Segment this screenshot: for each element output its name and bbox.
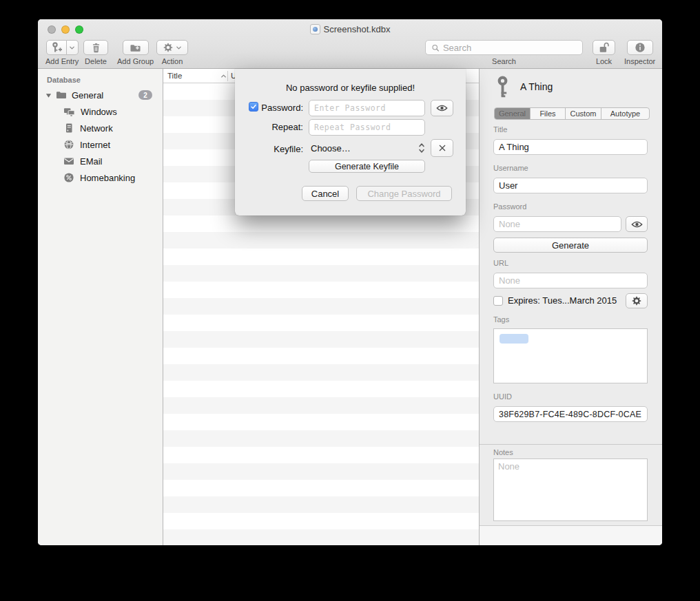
entry-header: A Thing [496,74,553,99]
clear-keyfile-button[interactable] [431,139,453,157]
keyfile-popup[interactable]: Choose… [309,140,425,156]
notes-field[interactable] [493,458,648,521]
column-header-title[interactable]: Title [163,72,227,80]
entry-title: A Thing [520,81,553,92]
sort-ascending-icon [220,72,227,80]
tab-general[interactable]: General [495,108,531,119]
notes-label: Notes [493,448,513,456]
delete-button[interactable] [83,40,108,55]
url-field[interactable] [493,273,648,288]
windows-icon [63,107,75,117]
document-icon [310,24,320,34]
add-group-button[interactable] [123,40,149,55]
expires-checkbox[interactable] [493,296,503,306]
lock-label: Lock [596,57,612,65]
sidebar: Database General 2 Windows [38,69,163,545]
search-label: Search [492,57,516,65]
action-tool: Action [156,40,188,65]
search-field-wrap [425,40,583,55]
add-group-label: Add Group [117,57,154,65]
folder-icon [56,90,67,100]
password-label: Password [493,202,526,211]
add-entry-dropdown[interactable] [67,40,79,55]
stepper-icon [418,142,425,154]
sidebar-item-label: Internet [80,140,110,150]
uuid-label: UUID [493,392,512,401]
uuid-field[interactable] [493,406,648,422]
cancel-button[interactable]: Cancel [302,186,349,201]
toolbar: Add Entry Delete Add Group Action [38,38,662,69]
internet-globe-icon [63,139,74,150]
inspector-label: Inspector [624,57,655,65]
generate-keyfile-button[interactable]: Generate Keyfile [309,160,425,173]
disclosure-triangle-icon[interactable] [45,90,52,101]
expires-label: Expires: Tues...March 2015 [508,295,617,306]
action-label: Action [162,57,183,65]
title-label: Title [493,125,507,134]
add-group-tool: Add Group [117,40,154,65]
trash-icon [91,43,101,53]
expires-settings-button[interactable] [626,293,648,308]
username-label: Username [493,164,528,172]
username-field[interactable] [493,178,648,193]
add-entry-button[interactable] [46,40,67,55]
search-icon [431,43,440,52]
key-plus-icon [51,42,62,53]
inspector-tabs: General Files Custom Autotype [494,107,650,120]
entry-count-badge: 2 [138,90,152,100]
keyfile-popup-value: Choose… [311,143,351,154]
dialog-reveal-password-button[interactable] [431,100,453,116]
divider [480,444,662,445]
sidebar-item-label: General [72,90,103,101]
sidebar-item-network[interactable]: Network [38,120,163,136]
dialog-repeat-input[interactable] [309,119,425,136]
network-icon [63,123,74,134]
inspector-tool: Inspector [624,40,655,65]
chevron-down-icon [176,45,182,51]
sidebar-item-general[interactable]: General 2 [38,87,163,103]
dialog-keyfile-label: Keyfile: [255,144,303,154]
sidebar-item-label: Windows [81,107,117,117]
sidebar-item-label: Homebanking [80,173,135,183]
generate-password-button[interactable]: Generate [493,238,648,253]
folder-plus-icon [130,43,141,53]
sidebar-item-label: EMail [80,156,103,167]
delete-label: Delete [85,57,107,65]
delete-tool: Delete [83,40,108,65]
lock-button[interactable] [593,40,615,55]
password-field[interactable] [493,216,621,232]
expires-row: Expires: Tues...March 2015 [493,295,617,306]
change-password-dialog: No password or keyfile supplied! Passwor… [235,69,466,215]
tab-custom[interactable]: Custom [566,108,601,119]
search-input[interactable] [443,43,577,53]
tag-chip[interactable] [500,334,528,344]
tags-label: Tags [493,315,509,324]
eye-icon [436,104,448,112]
inspector-footer [480,525,662,545]
key-icon [496,74,509,99]
title-field[interactable] [493,139,648,155]
inspector-panel: A Thing General Files Custom Autotype Ti… [480,69,662,545]
url-label: URL [493,259,508,267]
gear-icon [163,43,173,52]
tab-autotype[interactable]: Autotype [601,108,649,119]
add-entry-tool: Add Entry [45,40,79,65]
action-button[interactable] [156,40,188,55]
sidebar-item-email[interactable]: EMail [38,153,163,169]
window-chrome: Screenshot.kdbx Add Entry Delete [38,19,662,69]
sidebar-item-homebanking[interactable]: Homebanking [38,169,163,186]
dialog-message: No password or keyfile supplied! [235,83,466,93]
tags-box[interactable] [493,328,648,383]
reveal-password-button[interactable] [626,216,648,232]
email-envelope-icon [63,156,74,166]
dialog-password-input[interactable] [309,100,425,116]
inspector-button[interactable] [627,40,653,55]
change-password-button[interactable]: Change Password [356,186,452,201]
close-x-icon [438,143,447,153]
tab-files[interactable]: Files [531,108,566,119]
gear-icon [632,296,641,306]
sidebar-item-windows[interactable]: Windows [38,103,163,120]
sidebar-item-internet[interactable]: Internet [38,136,163,153]
lock-icon [599,42,609,53]
add-entry-label: Add Entry [45,57,79,65]
